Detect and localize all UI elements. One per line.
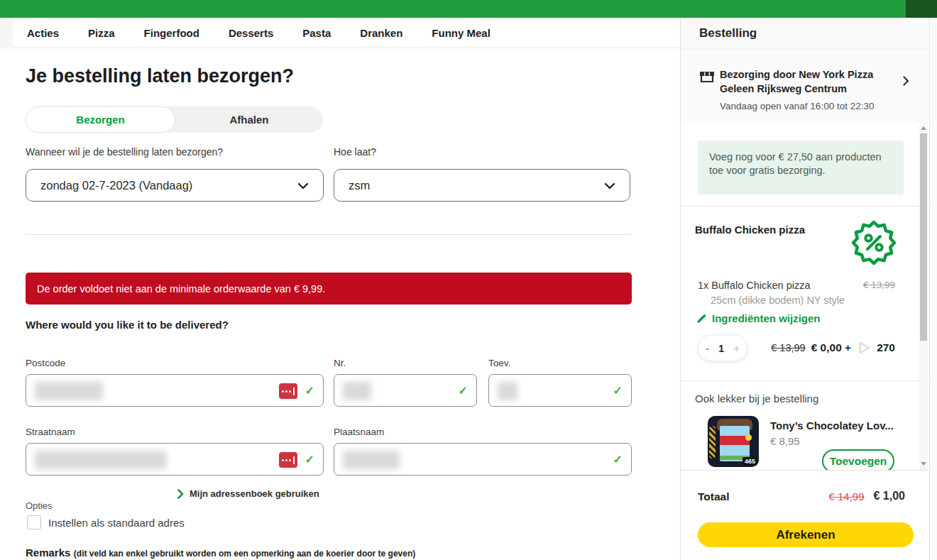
delivery-time-value: zsm bbox=[349, 179, 370, 192]
valid-check-icon: ✓ bbox=[459, 384, 468, 397]
valid-check-icon: ✓ bbox=[305, 384, 314, 397]
scrollbar-down-arrow[interactable] bbox=[921, 462, 926, 466]
nav-item-funny-meal[interactable]: Funny Meal bbox=[432, 27, 491, 39]
chevron-right-icon bbox=[903, 76, 909, 89]
remarks-hint: (dit veld kan enkel gebruikt worden om e… bbox=[74, 549, 415, 559]
chevron-down-icon bbox=[297, 179, 309, 192]
delivery-question: Where would you like it to be delivered? bbox=[26, 319, 229, 331]
delivery-pickup-tabs: Bezorgen Afhalen bbox=[26, 106, 323, 133]
plaatsnaam-input[interactable]: ✓ bbox=[334, 443, 632, 476]
addressbook-link[interactable]: Mijn adressenboek gebruiken bbox=[177, 488, 319, 499]
redacted-value bbox=[498, 382, 517, 400]
delivery-time-select[interactable]: zsm bbox=[334, 169, 630, 202]
redacted-value bbox=[343, 382, 371, 400]
pencil-icon bbox=[696, 313, 707, 324]
straatnaam-label: Straatnaam bbox=[26, 427, 75, 437]
error-message-text: De order voldoet niet aan de minimale or… bbox=[37, 283, 325, 295]
straatnaam-input[interactable]: ✓ bbox=[26, 443, 324, 476]
nav-items: Acties Pizza Fingerfood Desserts Pasta D… bbox=[0, 18, 680, 48]
redacted-value bbox=[35, 451, 167, 469]
price-current: € 0,00 + bbox=[811, 341, 851, 354]
product-volume-badge: 465 bbox=[743, 457, 757, 466]
nav-item-fingerfood[interactable]: Fingerfood bbox=[144, 27, 199, 39]
total-prices: € 14,99 € 1,00 bbox=[828, 490, 905, 503]
store-info-section[interactable]: Bezorging door New York Pizza Geleen Rij… bbox=[681, 50, 929, 122]
valid-check-icon: ✓ bbox=[613, 384, 623, 397]
remarks-label: Remarks (dit veld kan enkel gebruikt wor… bbox=[26, 547, 415, 559]
minimum-order-error: De order voldoet niet aan de minimale or… bbox=[26, 273, 632, 304]
cart-item-line: 1x Buffalo Chicken pizza bbox=[698, 280, 811, 291]
total-original-price: € 14,99 bbox=[828, 490, 864, 503]
order-panel-header: Bestelling bbox=[681, 18, 929, 50]
delivery-date-select[interactable]: zondag 02-7-2023 (Vandaag) bbox=[26, 169, 324, 202]
plaatsnaam-label: Plaatsnaam bbox=[334, 427, 384, 437]
default-address-label: Instellen als standaard adres bbox=[48, 517, 185, 529]
order-scroll-area: Voeg nog voor € 27,50 aan producten toe … bbox=[681, 122, 929, 470]
storefront-icon bbox=[699, 70, 715, 87]
valid-check-icon: ✓ bbox=[613, 453, 623, 466]
store-hours: Vandaag open vanaf 16:00 tot 22:30 bbox=[720, 101, 874, 111]
redacted-value bbox=[35, 382, 103, 400]
nav-item-dranken[interactable]: Dranken bbox=[360, 27, 402, 39]
discount-percent-badge-icon bbox=[851, 220, 897, 268]
total-label: Totaal bbox=[698, 490, 730, 503]
cart-item-title: Buffalo Chicken pizza bbox=[695, 224, 805, 236]
cart-item-price-row: € 13,99 € 0,00 + 270 bbox=[771, 341, 895, 355]
huisnummer-input[interactable]: ✓ bbox=[334, 374, 477, 407]
chevron-right-icon bbox=[177, 489, 184, 499]
postcode-input[interactable]: ✓ bbox=[26, 374, 324, 407]
points-value: 270 bbox=[877, 341, 895, 354]
divider bbox=[26, 234, 632, 235]
nav-item-pizza[interactable]: Pizza bbox=[88, 27, 115, 39]
scrollbar-up-arrow[interactable] bbox=[921, 126, 926, 130]
upsell-product-image: 465 bbox=[708, 416, 759, 467]
edit-ingredients-link[interactable]: Ingrediënten wijzigen bbox=[696, 312, 821, 324]
quantity-stepper: - 1 + bbox=[698, 335, 747, 361]
toev-label: Toev. bbox=[488, 358, 510, 368]
delivery-form-section: Je bestelling laten bezorgen? Bezorgen A… bbox=[0, 48, 680, 560]
main-navbar: Acties Pizza Fingerfood Desserts Pasta D… bbox=[0, 18, 680, 48]
nav-item-pasta[interactable]: Pasta bbox=[302, 27, 331, 39]
password-manager-icon[interactable] bbox=[279, 452, 297, 468]
divider bbox=[681, 206, 929, 207]
top-green-banner bbox=[0, 0, 937, 18]
quantity-increase-button[interactable]: + bbox=[733, 342, 740, 354]
order-panel: Bestelling Bezorging door New York Pizza… bbox=[680, 18, 930, 560]
valid-check-icon: ✓ bbox=[305, 453, 314, 466]
order-panel-title: Bestelling bbox=[699, 26, 757, 40]
page-title: Je bestelling laten bezorgen? bbox=[26, 65, 294, 87]
delivery-date-label: Wanneer wil je de bestelling laten bezor… bbox=[26, 146, 223, 158]
order-footer: Totaal € 14,99 € 1,00 Afrekenen bbox=[681, 470, 929, 560]
top-banner-dark-segment bbox=[906, 0, 937, 18]
upsell-heading: Ook lekker bij je bestelling bbox=[695, 392, 818, 405]
checkout-button[interactable]: Afrekenen bbox=[698, 522, 914, 547]
nav-item-desserts[interactable]: Desserts bbox=[229, 27, 273, 39]
nr-label: Nr. bbox=[334, 358, 346, 368]
quantity-decrease-button[interactable]: - bbox=[706, 342, 709, 354]
upsell-product-price: € 8,95 bbox=[770, 435, 800, 447]
cart-item-description: 25cm (dikke bodem) NY style bbox=[711, 295, 845, 306]
scrollbar-thumb[interactable] bbox=[920, 133, 927, 341]
store-name: Bezorging door New York Pizza Geleen Rij… bbox=[720, 67, 882, 96]
quantity-value: 1 bbox=[718, 343, 724, 354]
redacted-value bbox=[343, 451, 400, 469]
chevron-down-icon bbox=[604, 179, 615, 192]
default-address-checkbox[interactable] bbox=[27, 515, 41, 529]
edit-ingredients-label: Ingrediënten wijzigen bbox=[712, 312, 821, 324]
toevoeging-input[interactable]: ✓ bbox=[488, 374, 632, 407]
panel-scrollbar[interactable] bbox=[919, 122, 928, 470]
delivery-date-value: zondag 02-7-2023 (Vandaag) bbox=[40, 179, 192, 192]
addressbook-link-label: Mijn adressenboek gebruiken bbox=[190, 488, 319, 499]
price-original: € 13,99 bbox=[771, 342, 805, 353]
password-manager-icon[interactable] bbox=[279, 383, 297, 399]
remarks-title: Remarks bbox=[26, 547, 70, 559]
divider bbox=[681, 380, 929, 381]
tab-afhalen[interactable]: Afhalen bbox=[175, 106, 323, 133]
options-label: Opties bbox=[26, 500, 53, 511]
postcode-label: Postcode bbox=[26, 358, 65, 368]
tab-bezorgen[interactable]: Bezorgen bbox=[26, 106, 175, 133]
navbar-edge bbox=[0, 18, 13, 48]
nav-item-acties[interactable]: Acties bbox=[27, 27, 59, 39]
add-product-button[interactable]: Toevoegen bbox=[822, 449, 894, 470]
upsell-product-name: Tony’s Chocolatey Lov... bbox=[770, 419, 894, 432]
